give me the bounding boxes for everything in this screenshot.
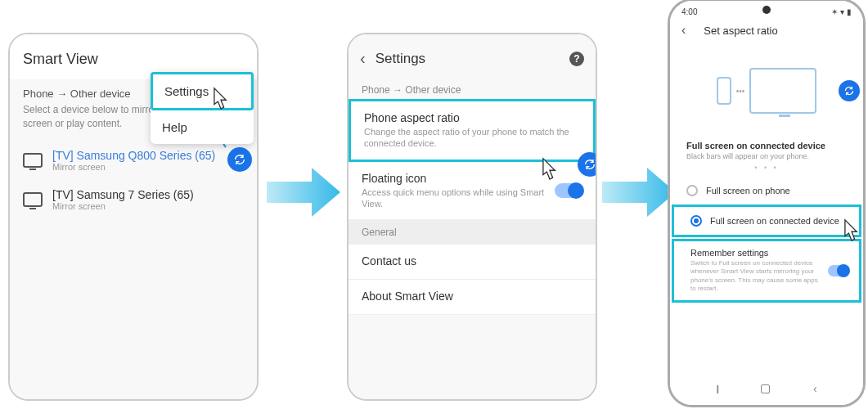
item-title: About Smart View xyxy=(362,290,582,303)
nav-bar: ||| ‹ xyxy=(670,377,863,400)
toggle-on-icon[interactable] xyxy=(828,265,849,276)
info-desc: Black bars will appear on your phone. xyxy=(670,152,863,164)
settings-item-contact[interactable]: Contact us xyxy=(349,245,596,280)
dots-icon: ••• xyxy=(736,87,745,96)
refresh-fab[interactable] xyxy=(578,152,597,177)
option-label: Full screen on phone xyxy=(706,186,790,196)
radio-off-icon xyxy=(686,185,698,196)
remember-settings[interactable]: Remember settings Switch to Full screen … xyxy=(672,239,861,303)
settings-item-about[interactable]: About Smart View xyxy=(349,280,596,315)
back-icon[interactable]: ‹ xyxy=(681,23,686,38)
status-time: 4:00 xyxy=(681,7,697,16)
radio-on-icon xyxy=(690,215,702,227)
pointer-icon xyxy=(209,87,232,116)
camera-notch xyxy=(762,6,771,14)
device-row[interactable]: [TV] Samsung Q800 Series (65) Mirror scr… xyxy=(10,141,257,180)
device-sub: Mirror screen xyxy=(52,162,215,172)
arrow-right-icon xyxy=(602,164,676,221)
info-title: Full screen on connected device xyxy=(670,136,863,152)
radio-option-device[interactable]: Full screen on connected device xyxy=(672,204,861,237)
pager-dots-icon: • • • xyxy=(670,164,863,177)
radio-option-phone[interactable]: Full screen on phone xyxy=(670,177,863,204)
help-icon[interactable]: ? xyxy=(569,52,584,66)
menu-item-settings[interactable]: Settings xyxy=(151,72,254,110)
item-desc: Access quick menu options while using Sm… xyxy=(362,187,582,210)
settings-title: Settings xyxy=(376,51,569,67)
pointer-icon xyxy=(538,157,561,187)
refresh-fab[interactable] xyxy=(839,80,860,101)
item-title: Phone aspect ratio xyxy=(364,111,580,124)
section-label: General xyxy=(349,220,596,245)
item-title: Contact us xyxy=(362,254,582,267)
device-row[interactable]: [TV] Samsung 7 Series (65) Mirror screen xyxy=(10,180,257,219)
arrow-right-icon xyxy=(267,164,340,221)
option-label: Full screen on connected device xyxy=(710,216,839,226)
remember-desc: Switch to Full screen on connected devic… xyxy=(690,259,843,294)
overflow-menu: Settings Help xyxy=(151,72,254,144)
item-desc: Change the aspect ratio of your phone to… xyxy=(364,126,580,150)
section-label: Phone → Other device xyxy=(349,78,596,99)
phone-aspect-ratio: 4:00 ✶ ▾ ▮ ‹ Set aspect ratio ••• Full s… xyxy=(668,0,866,407)
phone-settings: ‹ Settings ? Phone → Other device Phone … xyxy=(347,33,597,401)
device-sub: Mirror screen xyxy=(52,201,194,211)
illustration-tv-icon xyxy=(749,68,816,114)
tv-icon xyxy=(23,192,43,207)
pointer-icon xyxy=(840,218,863,248)
device-name: [TV] Samsung Q800 Series (65) xyxy=(52,149,215,162)
illustration: ••• xyxy=(670,46,863,136)
illustration-phone-icon xyxy=(717,77,731,105)
back-icon[interactable]: ‹ xyxy=(360,49,366,68)
phone-smart-view: Smart View Settings Help Phone → Other d… xyxy=(8,33,259,401)
nav-home-icon[interactable] xyxy=(761,384,770,393)
aspect-title: Set aspect ratio xyxy=(704,25,777,37)
remember-title: Remember settings xyxy=(690,248,843,258)
refresh-fab[interactable] xyxy=(227,147,252,172)
device-name: [TV] Samsung 7 Series (65) xyxy=(52,188,194,201)
menu-item-help[interactable]: Help xyxy=(151,110,254,144)
tv-icon xyxy=(23,153,43,168)
nav-back-icon[interactable]: ‹ xyxy=(813,382,817,395)
settings-item-aspect[interactable]: Phone aspect ratio Change the aspect rat… xyxy=(349,99,596,162)
status-icons: ✶ ▾ ▮ xyxy=(831,7,852,16)
nav-recent-icon[interactable]: ||| xyxy=(716,384,717,393)
